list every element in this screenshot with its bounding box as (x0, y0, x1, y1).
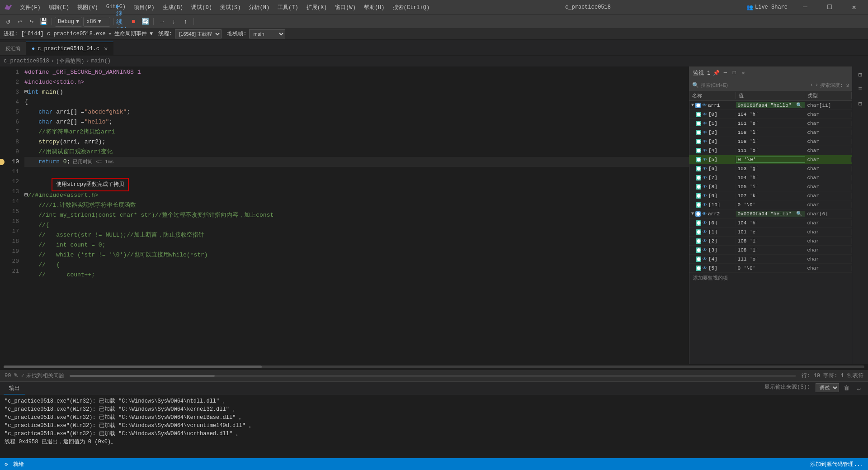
output-clear-btn[interactable]: 🗑 (841, 383, 852, 394)
menu-edit[interactable]: 编辑(E) (45, 3, 73, 12)
menu-file[interactable]: 文件(F) (16, 3, 44, 12)
toolbar-redo[interactable]: ↪ (26, 16, 37, 27)
watch-row-arr1-2[interactable]: ⬤ 👁 [2] 108 'l' char (689, 128, 852, 137)
watch-rows[interactable]: ▼ ⬤ 👁 arr1 0x0060faa4 "hello" 🔍 char[11] (689, 101, 852, 364)
editor-hscroll[interactable] (0, 364, 868, 370)
rs-btn-3[interactable]: ⊟ (854, 97, 867, 110)
platform-dropdown[interactable]: x86 ▼ (83, 17, 110, 27)
watch-row-arr2-0[interactable]: ⬤ 👁 [0] 104 'h' char (689, 218, 852, 228)
watch-name-arr2-4: ⬤ 👁 [4] (689, 256, 736, 262)
breadcrumb-file[interactable]: c_practice0518 (4, 58, 49, 64)
output-tab-label: 输出 (9, 385, 20, 392)
code-line-11 (24, 167, 689, 177)
add-source-control[interactable]: 添加到源代码管理... (810, 461, 863, 468)
watch-type-arr1-3: char (805, 139, 852, 144)
watch-row-arr2-1[interactable]: ⬤ 👁 [1] 101 'e' char (689, 228, 852, 237)
line-num-8: 8 (4, 137, 19, 147)
watch-close-btn[interactable]: ✕ (739, 69, 747, 77)
watch-row-arr2-3[interactable]: ⬤ 👁 [3] 108 'l' char (689, 246, 852, 255)
breadcrumb-scope[interactable]: (全局范围) (56, 57, 84, 65)
menu-debug[interactable]: 调试(D) (188, 3, 216, 12)
menu-search[interactable]: 搜索(Ctrl+Q) (389, 3, 434, 12)
expand-arr2[interactable]: ▼ (691, 211, 694, 216)
menu-build[interactable]: 生成(B) (159, 3, 187, 12)
code-indent-8 (24, 137, 38, 147)
watch-row-arr1[interactable]: ▼ ⬤ 👁 arr1 0x0060faa4 "hello" 🔍 char[11] (689, 101, 852, 110)
debug-config-arrow: ▼ (76, 19, 79, 25)
close-button[interactable]: ✕ (844, 0, 864, 14)
watch-minimize-btn[interactable]: ─ (721, 69, 729, 77)
toolbar-step-out[interactable]: ↑ (180, 16, 191, 27)
menu-extensions[interactable]: 扩展(X) (303, 3, 331, 12)
watch-row-arr1-10[interactable]: ⬤ 👁 [10] 0 '\0' char (689, 200, 852, 209)
minimize-button[interactable]: ─ (795, 0, 816, 14)
toolbar-restart[interactable]: 🔄 (140, 16, 151, 27)
rs-btn-1[interactable]: ⊞ (854, 68, 867, 81)
thread-dropdown[interactable]: [16548] 主线程 (175, 29, 222, 38)
tab-close-btn[interactable]: ✕ (104, 45, 108, 52)
output-wrap-btn[interactable]: ↵ (854, 383, 864, 394)
code-editor[interactable]: #define _CRT_SECURE_NO_WARNINGS 1 #inclu… (23, 66, 689, 364)
live-share-button[interactable]: 👥 Live Share (743, 3, 791, 12)
code-text-15: //int my_strlen1(const char* str)//整个过程不… (24, 210, 274, 220)
output-tab-output[interactable]: 输出 (4, 383, 25, 394)
output-source-dropdown[interactable]: 调试 (816, 383, 839, 392)
rs-btn-2[interactable]: ≡ (854, 83, 867, 95)
menu-tools[interactable]: 工具(T) (274, 3, 302, 12)
toolbar-new[interactable]: ↺ (3, 16, 14, 27)
menu-project[interactable]: 项目(P) (130, 3, 158, 12)
menu-analyze[interactable]: 分析(N) (245, 3, 273, 12)
line-num-21: 21 (4, 266, 19, 276)
menu-test[interactable]: 测试(S) (217, 3, 245, 12)
watch-row-arr2-4[interactable]: ⬤ 👁 [4] 111 'o' char (689, 255, 852, 264)
tab-active-file[interactable]: ● c_practice0518_01.c ✕ (26, 42, 113, 55)
toolbar-step-into[interactable]: ↓ (168, 16, 179, 27)
maximize-button[interactable]: □ (819, 0, 840, 14)
toolbar-undo[interactable]: ↩ (14, 16, 25, 27)
debug-config-dropdown[interactable]: Debug ▼ (55, 17, 82, 27)
menu-view[interactable]: 视图(V) (74, 3, 102, 12)
code-kw-return: return (38, 157, 60, 167)
tab-decompile[interactable]: 反汇编 (0, 42, 26, 55)
editor-scrollbar-thumb[interactable] (70, 375, 215, 377)
watch-row-arr1-9[interactable]: ⬤ 👁 [9] 107 'k' char (689, 191, 852, 200)
toolbar-div3 (153, 18, 154, 25)
watch-col-type: 类型 (805, 92, 852, 99)
watch-row-arr1-4[interactable]: ⬤ 👁 [4] 111 'o' char (689, 146, 852, 155)
watch-row-arr1-6[interactable]: ⬤ 👁 [6] 103 'g' char (689, 164, 852, 173)
watch-row-arr1-1[interactable]: ⬤ 👁 [1] 101 'e' char (689, 119, 852, 128)
watch-name-arr2-3: ⬤ 👁 [3] (689, 247, 736, 253)
search-prev-btn[interactable]: ‹ (810, 82, 813, 88)
editor-scrollbar-track[interactable] (70, 375, 796, 377)
stackframe-dropdown[interactable]: main (249, 29, 285, 38)
editor-content[interactable]: 1 2 3 4 5 6 7 8 9 10 11 1 (0, 66, 689, 364)
watch-row-arr1-5[interactable]: ⬤ 👁 [5] 0 '\0' char (689, 155, 852, 164)
menu-help[interactable]: 帮助(H) (360, 3, 388, 12)
watch-row-arr1-7[interactable]: ⬤ 👁 [7] 104 'h' char (689, 173, 852, 182)
expand-arr1[interactable]: ▼ (691, 103, 694, 108)
watch-maximize-btn[interactable]: □ (730, 69, 738, 77)
toolbar-stop[interactable]: ■ (128, 16, 139, 27)
watch-row-arr2-2[interactable]: ⬤ 👁 [2] 108 'l' char (689, 237, 852, 246)
code-kw-int-3: int (28, 87, 38, 97)
watch-pin-btn[interactable]: 📌 (712, 69, 720, 77)
middle-section: 反汇编 ● c_practice0518_01.c ✕ c_practice05… (0, 40, 868, 458)
watch-row-arr1-3[interactable]: ⬤ 👁 [3] 108 'l' char (689, 137, 852, 146)
watch-add-item-row[interactable]: 添加要监视的项 (689, 273, 852, 283)
watch-row-arr2[interactable]: ▼ ⬤ 👁 arr2 0x0060fa94 "hello" 🔍 char[6] (689, 209, 852, 218)
hscroll-thumb[interactable] (4, 366, 262, 368)
search-next-btn[interactable]: › (815, 82, 818, 88)
watch-table-header: 名称 值 类型 (689, 91, 852, 101)
toolbar-step-over[interactable]: → (156, 16, 167, 27)
watch-row-arr1-0[interactable]: ⬤ 👁 [0] 104 'h' char (689, 110, 852, 119)
menu-window[interactable]: 窗口(W) (331, 3, 359, 12)
watch-row-arr1-8[interactable]: ⬤ 👁 [8] 105 'i' char (689, 182, 852, 191)
toolbar-save-all[interactable]: 💾 (38, 16, 49, 27)
code-line-18: // int count = 0; (24, 240, 689, 250)
watch-search-input[interactable] (701, 82, 808, 88)
toolbar-continue[interactable]: ▶ 继续(C) ▼ (116, 16, 127, 27)
breadcrumb-func[interactable]: main() (91, 58, 111, 64)
watch-search-icon-arr2[interactable]: 🔍 (796, 211, 802, 217)
watch-row-arr2-5[interactable]: ⬤ 👁 [5] 0 '\0' char (689, 264, 852, 273)
watch-search-icon-arr1[interactable]: 🔍 (796, 103, 802, 108)
